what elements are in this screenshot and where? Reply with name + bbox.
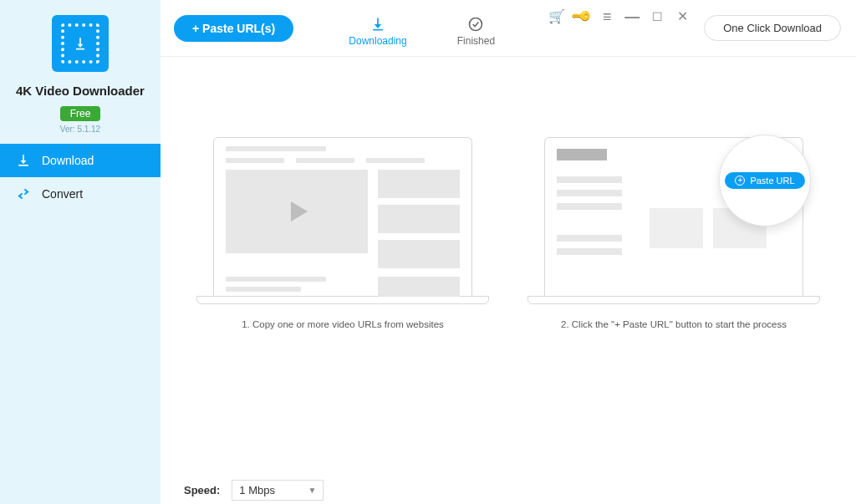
title-icons: 🛒 🔑 ≡ — ☐ ✕ — [550, 10, 689, 23]
svg-rect-2 — [373, 28, 383, 30]
laptop-illustration-1 — [196, 137, 489, 304]
topbar: + Paste URL(s) Downloading Finished — [160, 0, 856, 57]
footer: Speed: 1 Mbps ▼ — [160, 476, 856, 504]
paste-url-button[interactable]: + Paste URL(s) — [174, 15, 293, 42]
download-arrow-icon — [72, 34, 89, 53]
tab-label: Downloading — [349, 35, 406, 47]
nav-item-label: Download — [42, 154, 94, 167]
sidebar: 4K Video Downloader Free Ver: 5.1.12 Dow… — [0, 0, 160, 504]
speed-select[interactable]: 1 Mbps ▼ — [232, 480, 324, 501]
app-logo — [52, 15, 109, 72]
chevron-down-icon: ▼ — [308, 486, 316, 495]
menu-icon[interactable]: ≡ — [600, 10, 614, 23]
nav-item-convert[interactable]: Convert — [0, 177, 160, 211]
close-icon[interactable]: ✕ — [675, 10, 689, 23]
download-icon — [15, 152, 32, 169]
plus-icon: + — [735, 176, 745, 186]
nav: Download Convert — [0, 144, 160, 211]
svg-rect-0 — [76, 48, 84, 50]
svg-rect-1 — [18, 165, 28, 166]
app-name: 4K Video Downloader — [16, 84, 145, 98]
video-placeholder — [226, 170, 368, 253]
top-right: 🛒 🔑 ≡ — ☐ ✕ One Click Download — [550, 15, 846, 41]
speed-label: Speed: — [184, 484, 220, 496]
plan-badge: Free — [60, 106, 101, 121]
cart-icon[interactable]: 🛒 — [550, 10, 563, 23]
nav-item-download[interactable]: Download — [0, 144, 160, 177]
maximize-icon[interactable]: ☐ — [650, 10, 664, 23]
convert-icon — [15, 186, 32, 202]
tab-downloading[interactable]: Downloading — [349, 10, 406, 47]
magnifier-label: Paste URL — [750, 176, 794, 186]
step-2: + Paste URL 2. Click the "+ Paste URL" b… — [527, 137, 820, 329]
tab-label: Finished — [457, 35, 495, 47]
laptop-illustration-2: + Paste URL — [527, 137, 820, 304]
key-icon[interactable]: 🔑 — [573, 7, 592, 26]
one-click-download-button[interactable]: One Click Download — [704, 15, 841, 41]
step2-caption: 2. Click the "+ Paste URL" button to sta… — [561, 319, 787, 329]
speed-value: 1 Mbps — [239, 484, 275, 496]
finished-icon — [467, 15, 484, 33]
tabs: Downloading Finished — [293, 10, 550, 47]
nav-item-label: Convert — [42, 187, 83, 201]
magnified-paste-url-button: + Paste URL — [725, 172, 804, 189]
content: 1. Copy one or more video URLs from webs… — [160, 57, 856, 504]
svg-point-3 — [470, 18, 482, 30]
play-icon — [291, 201, 308, 221]
main: + Paste URL(s) Downloading Finished — [160, 0, 856, 504]
minimize-icon[interactable]: — — [625, 10, 639, 23]
step-1: 1. Copy one or more video URLs from webs… — [196, 137, 489, 329]
step1-caption: 1. Copy one or more video URLs from webs… — [242, 319, 444, 329]
tab-finished[interactable]: Finished — [457, 10, 495, 47]
downloading-icon — [369, 15, 387, 33]
magnifier: + Paste URL — [719, 135, 811, 227]
version-label: Ver: 5.1.12 — [60, 125, 100, 134]
